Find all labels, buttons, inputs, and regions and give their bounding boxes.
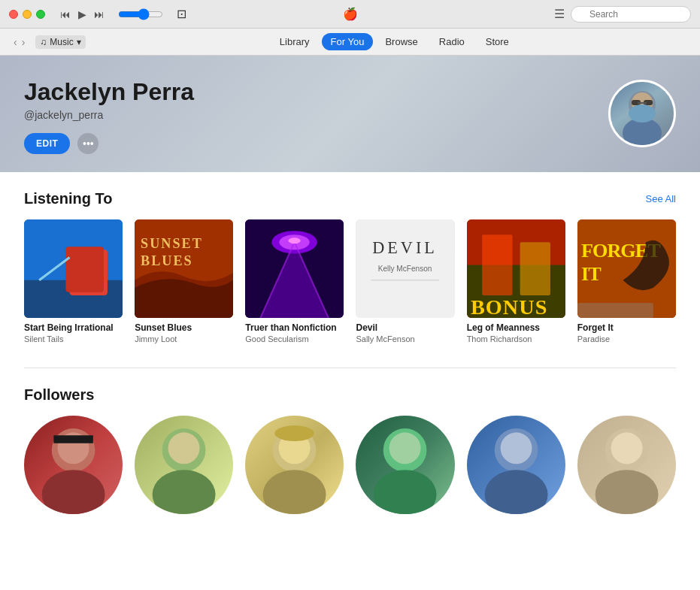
svg-rect-10 (65, 247, 103, 292)
follower-item[interactable] (356, 416, 454, 519)
tab-browse[interactable]: Browse (376, 33, 426, 50)
album-artist-2: Jimmy Loot (135, 334, 233, 343)
profile-header: Jackelyn Perra @jackelyn_perra EDIT ••• (0, 56, 700, 172)
svg-rect-39 (53, 435, 92, 443)
source-label: Music (50, 37, 73, 47)
follower-item[interactable] (467, 416, 565, 519)
airplay-button[interactable]: ⊡ (177, 7, 186, 21)
svg-point-41 (153, 470, 216, 514)
album-art-5: BONUS (467, 219, 565, 318)
svg-point-49 (389, 432, 421, 464)
albums-grid: Start Being Irrational Silent Tails SUNS… (24, 219, 676, 343)
album-artist-5: Thom Richardson (467, 334, 565, 343)
follower-avatar-2 (135, 416, 233, 514)
album-title-5: Leg of Meanness (467, 322, 565, 333)
album-art-2: SUNSET BLUES (135, 219, 233, 318)
svg-text:Kelly McFenson: Kelly McFenson (378, 265, 432, 273)
album-title-1: Start Being Irrational (24, 322, 123, 333)
minimize-button[interactable] (23, 10, 32, 19)
album-item[interactable]: FORGET IT Forget It Paradise (577, 219, 676, 343)
svg-text:BONUS: BONUS (471, 295, 547, 318)
svg-point-51 (484, 470, 547, 514)
menu-button[interactable]: ☰ (554, 7, 565, 21)
svg-rect-35 (577, 303, 653, 318)
follower-item[interactable] (245, 416, 344, 519)
svg-point-42 (168, 432, 200, 464)
forward-button[interactable]: › (20, 35, 27, 50)
svg-point-46 (275, 425, 314, 441)
tab-for-you[interactable]: For You (322, 33, 374, 50)
avatar-svg (611, 82, 674, 145)
main-content: Listening To See All Start Being Irratio… (0, 172, 700, 590)
album-item[interactable]: Truer than Nonfiction Good Secularism (245, 219, 344, 343)
follower-item[interactable] (24, 416, 123, 519)
close-button[interactable] (9, 10, 18, 19)
album-art-1 (24, 219, 123, 318)
album-art-6: FORGET IT (577, 219, 676, 318)
svg-text:BLUES: BLUES (141, 253, 193, 268)
tab-library[interactable]: Library (271, 33, 319, 50)
album-title-2: Sunset Blues (135, 322, 233, 333)
source-selector[interactable]: ♫ Music ▾ (35, 35, 85, 49)
back-forward-buttons: ‹ › (12, 35, 26, 50)
search-area: ☰ 🔍 (554, 6, 691, 23)
tab-radio[interactable]: Radio (430, 33, 474, 50)
profile-info: Jackelyn Perra @jackelyn_perra EDIT ••• (24, 78, 676, 154)
nav-tabs: Library For You Browse Radio Store (271, 33, 518, 50)
svg-text:IT: IT (581, 263, 602, 285)
nav-arrows: ⏮ ▶ ⏭ (57, 7, 108, 22)
tab-store[interactable]: Store (477, 33, 518, 50)
edit-button[interactable]: EDIT (24, 133, 70, 154)
follower-avatar-6 (577, 416, 676, 514)
search-input[interactable] (571, 6, 691, 23)
search-wrapper: 🔍 (571, 6, 691, 23)
album-item[interactable]: SUNSET BLUES Sunset Blues Jimmy Loot (135, 219, 233, 343)
apple-logo: 🍎 (343, 7, 358, 21)
fast-forward-button[interactable]: ⏭ (91, 7, 108, 22)
rewind-button[interactable]: ⏮ (57, 7, 74, 22)
title-bar: ⏮ ▶ ⏭ ⊡ 🍎 ☰ 🔍 (0, 0, 700, 29)
follower-avatar-3 (245, 416, 344, 514)
follower-item[interactable] (577, 416, 676, 519)
follower-avatar-4 (356, 416, 454, 514)
play-button[interactable]: ▶ (75, 7, 89, 22)
svg-rect-5 (638, 102, 647, 104)
album-item[interactable]: DEVIL Kelly McFenson Devil Sally McFenso… (356, 219, 454, 343)
album-artist-3: Good Secularism (245, 334, 344, 343)
svg-rect-28 (482, 234, 512, 295)
album-artist-6: Paradise (577, 334, 676, 343)
svg-point-54 (595, 470, 658, 514)
section-separator (24, 368, 676, 368)
source-icon: ♫ (40, 37, 47, 47)
svg-text:DEVIL: DEVIL (373, 238, 438, 257)
nav-bar: ‹ › ♫ Music ▾ Library For You Browse Rad… (0, 29, 700, 56)
svg-point-48 (374, 470, 437, 514)
maximize-button[interactable] (36, 10, 45, 19)
follower-item[interactable] (135, 416, 233, 519)
more-button[interactable]: ••• (77, 133, 98, 154)
followers-title: Followers (24, 386, 676, 404)
album-item[interactable]: BONUS Leg of Meanness Thom Richardson (467, 219, 565, 343)
avatar-image (611, 82, 674, 145)
source-chevron-icon: ▾ (77, 37, 81, 47)
profile-handle: @jackelyn_perra (24, 109, 676, 121)
album-item[interactable]: Start Being Irrational Silent Tails (24, 219, 123, 343)
svg-point-21 (289, 238, 301, 244)
profile-avatar (608, 80, 676, 147)
followers-grid (24, 416, 676, 519)
album-title-4: Devil (356, 322, 454, 333)
svg-point-55 (611, 432, 642, 464)
album-art-4: DEVIL Kelly McFenson (356, 219, 454, 318)
listening-to-see-all[interactable]: See All (646, 193, 676, 204)
svg-point-52 (500, 432, 532, 464)
album-artist-4: Sally McFenson (356, 334, 454, 343)
traffic-lights (9, 10, 45, 19)
album-artist-1: Silent Tails (24, 334, 123, 343)
album-title-6: Forget It (577, 322, 676, 333)
back-button[interactable]: ‹ (12, 35, 19, 50)
volume-slider[interactable] (118, 8, 163, 20)
svg-point-6 (629, 104, 656, 123)
svg-point-37 (42, 470, 105, 514)
svg-point-44 (263, 470, 326, 514)
album-title-3: Truer than Nonfiction (245, 322, 344, 333)
